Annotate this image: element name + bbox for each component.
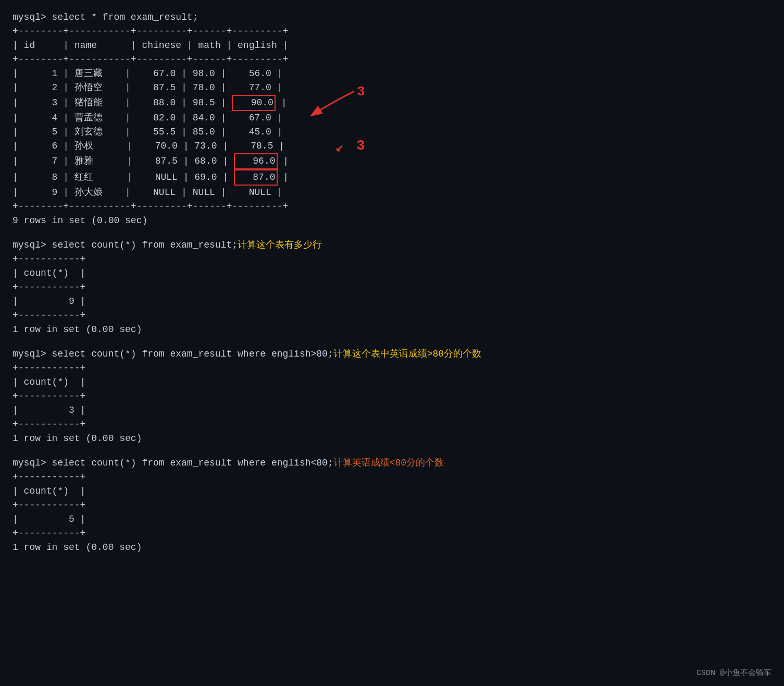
query4-comment: 计算英语成绩<80分的个数 [333, 458, 444, 468]
count1-value: | 9 | [13, 295, 771, 309]
count2-divider: +-----------+ [13, 389, 771, 403]
prompt4: mysql> select count(*) from exam_result … [13, 458, 333, 468]
table-row: | 4 | 曹孟德 | 82.0 | 84.0 | 67.0 | [13, 111, 771, 125]
count1-header: | count(*) | [13, 266, 771, 280]
count1-result: 1 row in set (0.00 sec) [13, 323, 771, 337]
number-3-annotation: 3 [356, 135, 365, 157]
count3-top: +-----------+ [13, 470, 771, 484]
terminal-container: mysql> select * from exam_result; +-----… [13, 10, 771, 555]
count1-divider: +-----------+ [13, 280, 771, 295]
query3-line: mysql> select count(*) from exam_result … [13, 347, 771, 361]
highlighted-cell-2: 96.0 [234, 153, 278, 169]
table-bottom-border: +--------+-----------+---------+------+-… [13, 200, 771, 214]
table1: +--------+-----------+---------+------+-… [13, 24, 771, 214]
table-row: | 5 | 刘玄德 | 55.5 | 85.0 | 45.0 | [13, 125, 771, 139]
prompt1: mysql> select * from exam_result; [13, 12, 198, 22]
query2-section: mysql> select count(*) from exam_result;… [13, 238, 771, 337]
table-row: | 2 | 孙悟空 | 87.5 | 78.0 | 77.0 | [13, 81, 771, 95]
table-row: | 7 | 雅雅 | 87.5 | 68.0 | 96.0 |↙3 [13, 153, 771, 169]
query1-line: mysql> select * from exam_result; [13, 10, 771, 24]
table-row: | 8 | 红红 | NULL | 69.0 | 87.0 | [13, 169, 771, 186]
highlighted-cell-3: 87.0 [234, 169, 278, 186]
count3-result: 1 row in set (0.00 sec) [13, 541, 771, 555]
query3-section: mysql> select count(*) from exam_result … [13, 347, 771, 446]
table-top-border: +--------+-----------+---------+------+-… [13, 24, 771, 39]
count2-value: | 3 | [13, 403, 771, 418]
highlighted-cell: 90.0 [232, 95, 276, 111]
count3-bottom: +-----------+ [13, 526, 771, 541]
count2-bottom: +-----------+ [13, 418, 771, 432]
count3-header: | count(*) | [13, 484, 771, 498]
query4-line: mysql> select count(*) from exam_result … [13, 456, 771, 470]
arrow-annotation: ↙ [335, 138, 344, 158]
prompt2: mysql> select count(*) from exam_result; [13, 240, 238, 250]
table-row: | 6 | 孙权 | 70.0 | 73.0 | 78.5 | [13, 139, 771, 153]
count2-header: | count(*) | [13, 375, 771, 389]
watermark: CSDN @小鱼不会骑车 [696, 668, 771, 678]
count2-result: 1 row in set (0.00 sec) [13, 432, 771, 446]
query2-line: mysql> select count(*) from exam_result;… [13, 238, 771, 252]
table-header-border: +--------+-----------+---------+------+-… [13, 53, 771, 67]
count3-divider: +-----------+ [13, 498, 771, 512]
table-row: | 3 | 猪悟能 | 88.0 | 98.5 | 90.0 | [13, 95, 771, 111]
table-row: | 9 | 孙大娘 | NULL | NULL | NULL | [13, 186, 771, 200]
query3-comment: 计算这个表中英语成绩>80分的个数 [333, 349, 481, 359]
query2-comment: 计算这个表有多少行 [238, 240, 322, 250]
table-row: | 1 | 唐三藏 | 67.0 | 98.0 | 56.0 | [13, 67, 771, 81]
table-header: | id | name | chinese | math | english | [13, 39, 771, 53]
query4-section: mysql> select count(*) from exam_result … [13, 456, 771, 555]
rows-9-result: 9 rows in set (0.00 sec) [13, 214, 771, 228]
count2-top: +-----------+ [13, 361, 771, 375]
count1-bottom: +-----------+ [13, 309, 771, 323]
count3-value: | 5 | [13, 512, 771, 526]
query1-section: mysql> select * from exam_result; +-----… [13, 10, 771, 228]
prompt3: mysql> select count(*) from exam_result … [13, 349, 333, 359]
count1-top: +-----------+ [13, 252, 771, 266]
